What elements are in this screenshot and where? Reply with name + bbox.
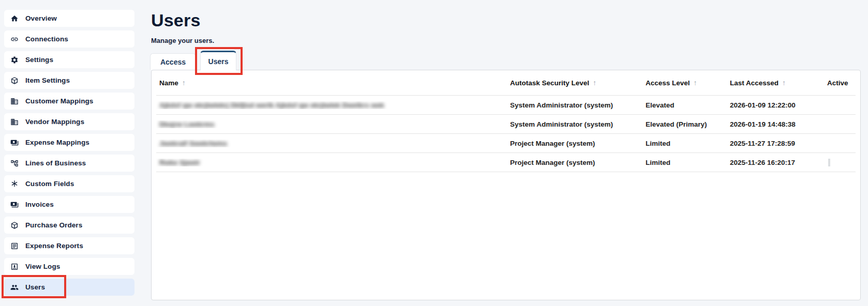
sidebar-nav: Overview Connections Settings Item Setti… — [4, 10, 134, 299]
access-level-cell: Limited — [646, 140, 730, 147]
column-header-access-level[interactable]: Access Level ↑ — [646, 79, 730, 87]
sort-arrow-icon[interactable]: ↑ — [782, 79, 786, 87]
sidebar-item-users[interactable]: Users — [4, 279, 134, 296]
table-header-row: Name ↑ Autotask Security Level ↑ Access … — [156, 70, 856, 96]
sidebar-item-item-settings[interactable]: Item Settings — [4, 72, 134, 89]
sidebar-item-label: Item Settings — [25, 76, 70, 84]
log-icon — [10, 263, 19, 271]
sidebar-item-label: View Logs — [25, 263, 60, 270]
sidebar-item-label: Expense Reports — [25, 242, 83, 250]
home-icon — [10, 14, 19, 23]
sidebar-item-invoices[interactable]: Invoices — [4, 196, 134, 213]
payments-icon — [10, 139, 19, 147]
user-name-blurred: Rwke Sjwelr — [159, 159, 200, 166]
sidebar-item-connections[interactable]: Connections — [4, 30, 134, 48]
sidebar-item-customer-mappings[interactable]: Customer Mappings — [4, 93, 134, 110]
app-screen: Overview Connections Settings Item Setti… — [0, 0, 868, 306]
sort-arrow-icon[interactable]: ↑ — [593, 79, 596, 87]
user-name-blurred: Jwekralf Swekrlwms — [159, 140, 227, 147]
column-header-name[interactable]: Name ↑ — [156, 79, 510, 87]
security-level-cell: Project Manager (system) — [510, 140, 646, 147]
access-level-cell: Elevated — [646, 101, 730, 109]
sidebar-item-label: Settings — [25, 56, 53, 64]
sort-arrow-icon[interactable]: ↑ — [182, 79, 186, 87]
sidebar-item-label: Purchase Orders — [25, 221, 82, 229]
building-icon — [10, 118, 19, 126]
table-row[interactable]: Ajkdsf qw ekrjtwlekrj Dkfjlsd werlk Ajkd… — [156, 96, 856, 115]
sidebar-item-expense-mappings[interactable]: Expense Mappings — [4, 134, 134, 151]
table-row[interactable]: Dkejrw Lwekrms System Administrator (sys… — [156, 115, 856, 134]
security-level-cell: Project Manager (system) — [510, 159, 646, 166]
building-icon — [10, 97, 19, 105]
sidebar-item-label: Lines of Business — [25, 159, 86, 167]
last-accessed-cell: 2025-11-27 17:28:59 — [730, 140, 827, 147]
document-icon — [10, 242, 19, 250]
package-icon — [10, 221, 19, 230]
package-icon — [10, 76, 19, 85]
sidebar-item-label: Invoices — [25, 201, 54, 208]
payments-icon — [10, 201, 19, 209]
sidebar-item-label: Users — [25, 283, 45, 291]
sort-arrow-icon[interactable]: ↑ — [694, 79, 697, 87]
user-name-blurred: Dkejrw Lwekrms — [159, 120, 215, 128]
sidebar-item-label: Connections — [25, 35, 68, 43]
sidebar-item-label: Expense Mappings — [25, 139, 89, 146]
column-header-active: Active — [827, 79, 856, 87]
security-level-cell: System Administrator (system) — [510, 101, 646, 109]
last-accessed-cell: 2026-01-19 14:48:38 — [730, 120, 827, 128]
column-header-last-accessed[interactable]: Last Accessed ↑ — [730, 79, 827, 87]
last-accessed-cell: 2025-11-26 16:20:17 — [730, 159, 827, 166]
page-subtitle: Manage your users. — [151, 37, 214, 44]
column-header-security-level[interactable]: Autotask Security Level ↑ — [510, 79, 646, 87]
page-title: Users — [151, 10, 201, 30]
access-level-cell: Elevated (Primary) — [646, 120, 730, 128]
security-level-cell: System Administrator (system) — [510, 120, 646, 128]
tree-icon — [10, 159, 19, 167]
tab-access[interactable]: Access — [150, 53, 196, 70]
users-table: Name ↑ Autotask Security Level ↑ Access … — [156, 70, 856, 172]
table-row[interactable]: Rwke Sjwelr Project Manager (system) Lim… — [156, 153, 856, 172]
access-level-cell: Limited — [646, 159, 730, 166]
sidebar-item-expense-reports[interactable]: Expense Reports — [4, 237, 134, 254]
sidebar-item-label: Customer Mappings — [25, 97, 93, 105]
sidebar-item-vendor-mappings[interactable]: Vendor Mappings — [4, 113, 134, 130]
asterisk-icon — [10, 180, 19, 188]
sidebar-item-purchase-orders[interactable]: Purchase Orders — [4, 217, 134, 234]
sidebar-item-overview[interactable]: Overview — [4, 10, 134, 27]
sidebar-item-custom-fields[interactable]: Custom Fields — [4, 175, 134, 192]
active-checkbox[interactable] — [828, 159, 830, 166]
last-accessed-cell: 2026-01-09 12:22:00 — [730, 101, 827, 109]
sidebar-item-settings[interactable]: Settings — [4, 51, 134, 68]
sidebar-item-label: Overview — [25, 14, 57, 22]
people-icon — [10, 283, 19, 292]
table-row[interactable]: Jwekralf Swekrlwms Project Manager (syst… — [156, 134, 856, 153]
tab-users[interactable]: Users — [200, 51, 236, 70]
link-icon — [10, 35, 19, 43]
sidebar-item-lines-of-business[interactable]: Lines of Business — [4, 155, 134, 172]
sidebar-item-label: Vendor Mappings — [25, 118, 84, 126]
sidebar-item-view-logs[interactable]: View Logs — [4, 258, 134, 275]
gear-icon — [10, 56, 19, 64]
sidebar-item-label: Custom Fields — [25, 180, 74, 188]
user-name-blurred: Ajkdsf qw ekrjtwlekrj Dkfjlsd werlk Ajkd… — [159, 101, 384, 109]
